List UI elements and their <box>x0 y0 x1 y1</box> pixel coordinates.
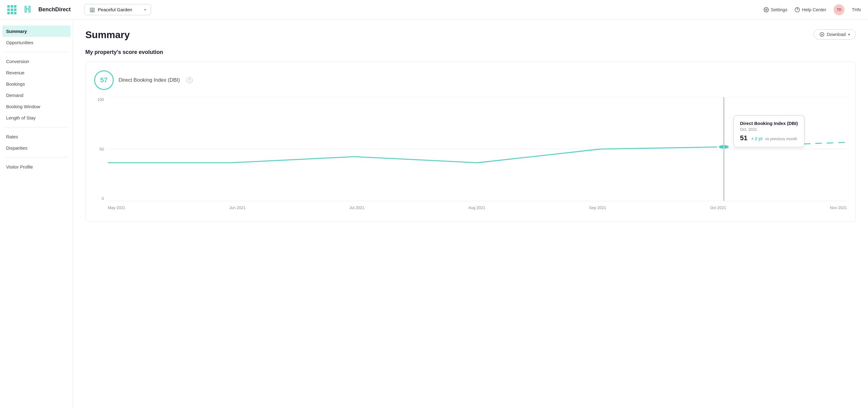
topnav: ℍ BenchDirect 🏢 Peaceful Garden ▾ Settin… <box>0 0 868 20</box>
section-title: My property's score evolution <box>85 49 856 56</box>
sidebar-item-label: Summary <box>6 29 27 34</box>
tooltip-vs-label: vs previous month <box>765 136 797 141</box>
sidebar-item-label: Revenue <box>6 70 24 75</box>
sidebar: Summary Opportunities Conversion Revenue… <box>0 20 73 409</box>
sidebar-item-label: Demand <box>6 93 24 98</box>
sidebar-item-label: Length of Stay <box>6 115 36 120</box>
sidebar-section-4: Visitor Profile <box>0 161 73 172</box>
line-chart-svg <box>108 97 847 201</box>
x-label-jun: Jun 2021 <box>229 206 246 210</box>
sidebar-item-revenue[interactable]: Revenue <box>0 67 73 78</box>
svg-point-0 <box>766 9 767 10</box>
dbi-header: 57 Direct Booking Index (DBI) ? <box>94 70 847 90</box>
x-label-sep: Sep 2021 <box>589 206 606 210</box>
sidebar-item-summary[interactable]: Summary <box>2 26 70 37</box>
sidebar-divider-1 <box>5 52 68 52</box>
sidebar-item-rates[interactable]: Rates <box>0 131 73 142</box>
sidebar-item-booking-window[interactable]: Booking Window <box>0 101 73 112</box>
tooltip-change: + 2 pt <box>751 136 763 141</box>
tooltip-value: 51 <box>740 134 747 142</box>
chevron-down-icon: ▾ <box>144 8 146 12</box>
sidebar-section-1: Summary Opportunities <box>0 26 73 48</box>
x-label-oct: Oct 2021 <box>710 206 726 210</box>
avatar: TD <box>834 4 844 15</box>
settings-label: Settings <box>771 7 787 12</box>
sidebar-item-length-of-stay[interactable]: Length of Stay <box>0 112 73 123</box>
sidebar-item-demand[interactable]: Demand <box>0 90 73 101</box>
download-icon <box>819 32 825 37</box>
page-header: Summary Download ▾ <box>85 29 856 40</box>
help-button[interactable]: Help Center <box>795 7 826 12</box>
chart-container: 100 50 0 <box>94 97 847 213</box>
tooltip-title: Direct Booking Index (DBI) <box>740 121 798 126</box>
x-axis: May 2021 Jun 2021 Jul 2021 Aug 2021 Sep … <box>108 202 847 213</box>
help-icon <box>795 7 800 12</box>
sidebar-item-opportunities[interactable]: Opportunities <box>0 37 73 48</box>
gear-icon <box>764 7 769 12</box>
building-icon: 🏢 <box>89 7 95 12</box>
chart-svg-area: Direct Booking Index (DBI) Oct, 2021 51 … <box>108 97 847 201</box>
y-axis: 100 50 0 <box>94 97 106 201</box>
download-chevron-icon: ▾ <box>848 33 850 37</box>
logo-symbol: ℍ <box>24 5 31 14</box>
chart-card: 57 Direct Booking Index (DBI) ? 100 50 0 <box>85 62 856 222</box>
x-label-aug: Aug 2021 <box>468 206 485 210</box>
svg-point-1 <box>795 7 800 12</box>
chart-solid-line <box>108 147 724 163</box>
sidebar-item-visitor-profile[interactable]: Visitor Profile <box>0 161 73 172</box>
sidebar-section-3: Rates Disparities <box>0 131 73 154</box>
help-label: Help Center <box>802 7 826 12</box>
sidebar-item-conversion[interactable]: Conversion <box>0 56 73 67</box>
help-dbi-icon[interactable]: ? <box>187 77 193 83</box>
sidebar-section-2: Conversion Revenue Bookings Demand Booki… <box>0 56 73 123</box>
sidebar-item-label: Conversion <box>6 59 29 64</box>
sidebar-divider-2 <box>5 127 68 127</box>
sidebar-item-label: Visitor Profile <box>6 164 33 169</box>
chart-tooltip: Direct Booking Index (DBI) Oct, 2021 51 … <box>734 116 804 147</box>
page-title: Summary <box>85 29 130 40</box>
app-name: BenchDirect <box>38 6 71 13</box>
x-label-nov: Nov 2021 <box>830 206 847 210</box>
y-label-0: 0 <box>102 196 104 201</box>
tooltip-value-row: 51 + 2 pt vs previous month <box>740 134 798 142</box>
nav-right: Settings Help Center TD THN <box>764 4 861 15</box>
settings-button[interactable]: Settings <box>764 7 787 12</box>
dbi-score-circle: 57 <box>94 70 114 90</box>
sidebar-item-label: Rates <box>6 134 18 139</box>
grid-icon[interactable] <box>7 5 17 14</box>
sidebar-divider-3 <box>5 157 68 158</box>
download-button[interactable]: Download ▾ <box>814 29 856 40</box>
sidebar-item-label: Booking Window <box>6 104 40 109</box>
tooltip-date: Oct, 2021 <box>740 127 798 132</box>
sidebar-item-label: Bookings <box>6 82 25 87</box>
property-selector[interactable]: 🏢 Peaceful Garden ▾ <box>84 4 151 15</box>
download-label: Download <box>827 32 846 37</box>
property-name: Peaceful Garden <box>98 7 142 12</box>
y-label-50: 50 <box>100 147 104 152</box>
dbi-label: Direct Booking Index (DBI) <box>119 77 180 83</box>
sidebar-item-disparities[interactable]: Disparities <box>0 142 73 154</box>
layout: Summary Opportunities Conversion Revenue… <box>0 20 868 409</box>
sidebar-item-label: Disparities <box>6 146 27 151</box>
main-content: Summary Download ▾ My property's score e… <box>73 20 868 409</box>
sidebar-item-bookings[interactable]: Bookings <box>0 78 73 90</box>
y-label-100: 100 <box>97 97 104 102</box>
x-label-may: May 2021 <box>108 206 125 210</box>
sidebar-item-label: Opportunities <box>6 40 33 45</box>
user-name: THN <box>852 7 861 12</box>
x-label-jul: Jul 2021 <box>349 206 364 210</box>
